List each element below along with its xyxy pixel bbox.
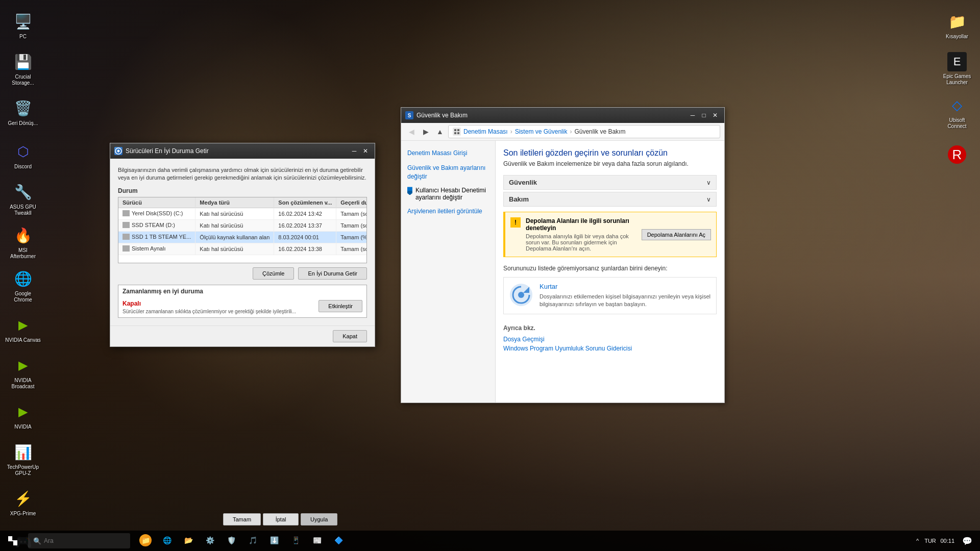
sidebar-denetim-masasi[interactable]: Denetim Masası Girişi	[401, 146, 495, 161]
driver-row-2[interactable]: SSD STEAM (D:) Katı hal sürücüsü 16.02.2…	[118, 219, 367, 231]
row4-surucu: Sistem Aynalı	[118, 243, 195, 255]
row3-son: 8.03.2024 00:01	[274, 231, 336, 243]
desktop-icons-right: 📁 Kısayollar E Epic Games Launcher ◇ Ubi…	[937, 5, 977, 176]
close-button[interactable]: ✕	[710, 110, 720, 120]
guvenlik-section-header[interactable]: Güvenlik ∨	[503, 175, 717, 190]
chrome-taskbar-icon: 🌐	[161, 534, 173, 546]
recover-title[interactable]: Kurtar	[540, 283, 711, 290]
desktop-icon-pc[interactable]: 🖥️ PC	[3, 5, 43, 46]
extra-taskbar-icon: 🔷	[332, 534, 345, 546]
driver-close-button[interactable]: ✕	[360, 146, 371, 156]
desktop-icon-nvidia-broadcast[interactable]: ▶ NVIDIA Broadcast	[3, 352, 43, 393]
driver-row-4[interactable]: Sistem Aynalı Katı hal sürücüsü 16.02.20…	[118, 243, 367, 255]
tamam-button[interactable]: Tamam	[223, 513, 261, 525]
also-see-dosya[interactable]: Dosya Geçmişi	[503, 336, 717, 343]
tray-language[interactable]: TUR	[925, 536, 935, 546]
sidebar-guvenlik-bakim[interactable]: Güvenlik ve Bakım ayarlarını değiştir	[401, 161, 495, 184]
uygula-button[interactable]: Uygula	[301, 513, 337, 525]
desktop-icon-nvidia[interactable]: ▶ NVIDIA	[3, 395, 43, 436]
taskbar-app-extra[interactable]: 🔷	[328, 531, 349, 551]
back-button[interactable]: ◀	[405, 126, 418, 138]
scheduled-status: Kapalı	[122, 300, 313, 307]
desktop-icon-ubisoft[interactable]: ◇ Ubisoft Connect	[937, 92, 977, 133]
security-title-icon: S	[405, 111, 413, 119]
driver-dialog: Sürücüleri En İyi Duruma Getir ─ ✕ Bilgi…	[110, 143, 375, 347]
scheduled-left: Kapalı Sürücüler zamanlanan sıklıkta çöz…	[122, 300, 313, 315]
en-iyi-button[interactable]: En İyi Duruma Getir	[298, 267, 367, 280]
col-durum: Geçerli durum	[336, 197, 367, 208]
desktop-icon-recycle[interactable]: 🗑️ Geri Dönüş...	[3, 92, 43, 133]
desktop-icon-rockstar[interactable]: R	[937, 135, 977, 176]
security-titlebar: S Güvenlik ve Bakım ─ □ ✕	[401, 108, 724, 123]
scheduled-desc: Sürücüler zamanlanan sıklıkta çözümlenmi…	[122, 308, 313, 315]
depolama-btn[interactable]: Depolama Alanlarını Aç	[642, 229, 711, 240]
maximize-button[interactable]: □	[699, 110, 709, 120]
driver-row-3[interactable]: SSD 1 TB STEAM YE... Ölçülü kaynak kulla…	[118, 231, 367, 243]
clock[interactable]: 00:11	[938, 538, 957, 544]
kapat-button[interactable]: Kapat	[333, 330, 367, 342]
minimize-button[interactable]: ─	[688, 110, 698, 120]
forward-button[interactable]: ▶	[420, 126, 432, 138]
desktop-icon-epic[interactable]: E Epic Games Launcher	[937, 48, 977, 89]
driver-title-text: Sürücüleri En İyi Duruma Getir	[126, 147, 209, 155]
taskbar-app-explorer[interactable]: 📁	[135, 531, 156, 551]
taskbar-app-music[interactable]: 🎵	[242, 531, 263, 551]
bakim-section-header[interactable]: Bakım ∨	[503, 192, 717, 207]
start-icon	[8, 536, 17, 545]
tray-chevron[interactable]: ^	[912, 536, 922, 546]
taskbar-app-files[interactable]: 📂	[178, 531, 199, 551]
taskbar-app-chrome[interactable]: 🌐	[157, 531, 177, 551]
desktop-icon-gpuz[interactable]: 📊 TechPowerUp GPU-Z	[3, 439, 43, 480]
search-input[interactable]	[44, 537, 120, 544]
taskbar-app-download[interactable]: ⬇️	[264, 531, 284, 551]
sidebar-arsivlenen[interactable]: Arşivlenen iletileri görüntüle	[401, 204, 495, 219]
row1-durum: Tamam (son yeniden kırpmadan sonra 20 ..…	[336, 208, 367, 219]
cozumle-button[interactable]: Çözümle	[253, 267, 294, 280]
desktop-icon-shortcuts[interactable]: 📁 Kısayollar	[937, 5, 977, 46]
driver-table-container: Sürücü Medya türü Son çözümlenen v... Ge…	[118, 197, 367, 263]
col-surucu: Sürücü	[118, 197, 195, 208]
search-box[interactable]: 🔍	[28, 533, 130, 548]
also-see-section: Ayrıca bkz. Dosya Geçmişi Windows Progra…	[503, 324, 717, 352]
shortcuts-icon: 📁	[947, 11, 967, 32]
security-title-text: Güvenlik ve Bakım	[416, 112, 468, 119]
driver-minimize-button[interactable]: ─	[349, 146, 359, 156]
system-tray: ^ TUR 00:11 💬	[912, 531, 980, 551]
chrome-label: Google Chrome	[5, 291, 41, 303]
desktop-icon-crucial[interactable]: 💾 Crucial Storage...	[3, 48, 43, 89]
music-taskbar-icon: 🎵	[247, 534, 259, 546]
breadcrumb: Denetim Masası › Sistem ve Güvenlik › Gü…	[448, 125, 720, 138]
etkinlestir-button[interactable]: Etkinleştir	[318, 300, 362, 312]
desktop-icons-left: 🖥️ PC 💾 Crucial Storage... 🗑️ Geri Dönüş…	[3, 5, 43, 551]
desktop-icon-xpg[interactable]: ⚡ XPG-Prime	[3, 482, 43, 523]
also-see-windows[interactable]: Windows Program Uyumluluk Sorunu Gideric…	[503, 345, 717, 352]
iptal-button[interactable]: İptal	[263, 513, 299, 525]
taskbar-app-defender[interactable]: 🛡️	[221, 531, 241, 551]
pc-icon: 🖥️	[13, 11, 33, 32]
gpuz-icon: 📊	[13, 442, 33, 462]
desktop-icon-discord[interactable]: ⬡ Discord	[3, 135, 43, 176]
taskbar-app-phone[interactable]: 📱	[285, 531, 306, 551]
recover-section: Kurtar Dosyalarınızı etkilemeden kişisel…	[503, 277, 717, 314]
xpg-label: XPG-Prime	[10, 511, 36, 517]
desktop-icon-msi[interactable]: 🔥 MSI Afterburner	[3, 222, 43, 263]
row2-son: 16.02.2024 13:37	[274, 219, 336, 231]
taskbar-app-news[interactable]: 📰	[307, 531, 327, 551]
notification-button[interactable]: 💬	[960, 531, 975, 551]
start-button[interactable]	[0, 531, 26, 551]
defender-taskbar-icon: 🛡️	[225, 534, 237, 546]
desktop-icon-chrome[interactable]: 🌐 Google Chrome	[3, 265, 43, 306]
msi-label: MSI Afterburner	[5, 247, 41, 260]
driver-titlebar: Sürücüleri En İyi Duruma Getir ─ ✕	[110, 143, 375, 159]
desktop-icon-nvidia-canvas[interactable]: ▶ NVIDIA Canvas	[3, 309, 43, 349]
driver-row-1[interactable]: Yerel Disk(SSD) (C:) Katı hal sürücüsü 1…	[118, 208, 367, 219]
taskbar-app-settings[interactable]: ⚙️	[200, 531, 220, 551]
also-see-title: Ayrıca bkz.	[503, 324, 717, 332]
desktop-icon-asus[interactable]: 🔧 ASUS GPU Tweakll	[3, 179, 43, 219]
up-button[interactable]: ▲	[434, 126, 446, 138]
breadcrumb-sistem[interactable]: Sistem ve Güvenlik	[515, 128, 568, 135]
guvenlik-chevron: ∨	[706, 179, 711, 186]
breadcrumb-denetim[interactable]: Denetim Masası	[463, 128, 508, 135]
row1-surucu: Yerel Disk(SSD) (C:)	[118, 208, 195, 219]
sidebar-kullanici[interactable]: Kullanıcı Hesabı Denetimi ayarlarını değ…	[401, 184, 495, 204]
